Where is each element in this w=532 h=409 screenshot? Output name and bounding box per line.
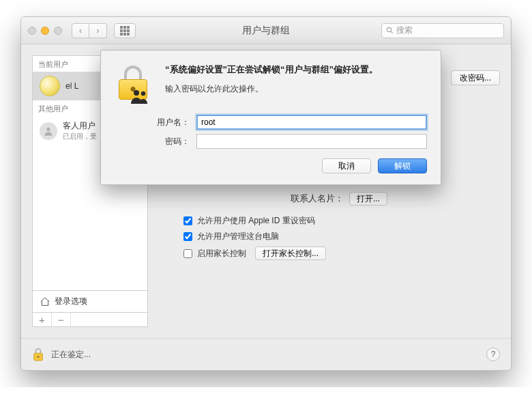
option-label: 允许用户使用 Apple ID 重设密码 <box>197 215 315 227</box>
window-title: 用户与群组 <box>242 25 290 37</box>
search-wrap: 搜索 <box>381 23 504 38</box>
svg-point-2 <box>46 127 50 130</box>
option-admin[interactable]: 允许用户管理这台电脑 <box>183 231 500 242</box>
titlebar: ‹ › 用户与群组 搜索 <box>21 17 511 44</box>
close-icon[interactable] <box>28 27 36 35</box>
add-remove-row: + − <box>32 312 148 327</box>
option-parental-row: 启用家长控制 打开家长控制... <box>183 246 500 260</box>
username-label: 用户名： <box>115 117 196 128</box>
back-button[interactable]: ‹ <box>72 23 89 38</box>
help-button[interactable]: ? <box>486 348 500 361</box>
add-user-button[interactable]: + <box>33 313 52 326</box>
checkbox-parental[interactable] <box>183 249 192 258</box>
auth-dialog: “系统偏好设置”正在尝试解锁“用户与群组”偏好设置。 输入密码以允许此次操作。 … <box>100 50 441 185</box>
dialog-buttons: 取消 解锁 <box>115 158 427 173</box>
details-section: 联系人名片： 打开... 允许用户使用 Apple ID 重设密码 允许用户管理… <box>178 192 500 264</box>
avatar <box>40 76 60 96</box>
password-field[interactable] <box>196 134 427 149</box>
home-icon <box>40 296 50 307</box>
remove-user-button[interactable]: − <box>52 313 71 326</box>
footer-status: 正在鉴定... <box>51 349 91 361</box>
login-options-button[interactable]: 登录选项 <box>32 290 148 312</box>
show-all-button[interactable] <box>114 23 136 38</box>
svg-point-5 <box>134 90 139 96</box>
password-label: 密码： <box>115 136 196 147</box>
svg-line-1 <box>391 31 393 33</box>
checkbox-admin[interactable] <box>183 232 192 241</box>
dialog-subtitle: 输入密码以允许此次操作。 <box>165 83 427 95</box>
dialog-title: “系统偏好设置”正在尝试解锁“用户与群组”偏好设置。 <box>165 63 427 76</box>
guest-name-label: 客人用户 <box>63 120 97 132</box>
search-input[interactable]: 搜索 <box>381 23 504 38</box>
option-label: 允许用户管理这台电脑 <box>197 231 279 242</box>
minimize-icon[interactable] <box>41 27 49 35</box>
auth-form: 用户名： 密码： <box>115 115 427 149</box>
option-apple-id-reset[interactable]: 允许用户使用 Apple ID 重设密码 <box>183 215 500 227</box>
grid-icon <box>120 26 130 36</box>
guest-sub-label: 已启用，受 <box>63 132 97 141</box>
unlock-button[interactable]: 解锁 <box>378 158 427 173</box>
search-placeholder: 搜索 <box>396 25 413 36</box>
change-password-button[interactable]: 改密码... <box>451 70 500 85</box>
nav-buttons: ‹ › <box>72 23 107 38</box>
svg-point-4 <box>38 356 40 358</box>
search-icon <box>386 27 394 34</box>
username-field[interactable] <box>196 115 427 130</box>
open-parental-button[interactable]: 打开家长控制... <box>255 246 326 260</box>
svg-point-6 <box>141 91 145 96</box>
preferences-window: ‹ › 用户与群组 搜索 当前用户 el L 其他用户 <box>20 16 512 371</box>
open-contact-button[interactable]: 打开... <box>349 192 387 206</box>
lock-illustration <box>115 63 153 104</box>
svg-point-0 <box>387 27 391 31</box>
checkbox-apple-id[interactable] <box>183 216 192 225</box>
login-options-label: 登录选项 <box>55 296 87 307</box>
footer: 正在鉴定... ? <box>21 338 511 370</box>
avatar <box>40 122 57 140</box>
option-label: 启用家长控制 <box>197 248 246 259</box>
lock-icon[interactable] <box>32 347 44 362</box>
cancel-button[interactable]: 取消 <box>322 158 371 173</box>
contact-card-label: 联系人名片： <box>291 193 344 205</box>
contact-card-row: 联系人名片： 打开... <box>178 192 500 206</box>
zoom-icon <box>54 27 62 35</box>
forward-button[interactable]: › <box>89 23 107 38</box>
traffic-lights <box>28 27 62 35</box>
user-name-label: el L <box>65 81 78 91</box>
